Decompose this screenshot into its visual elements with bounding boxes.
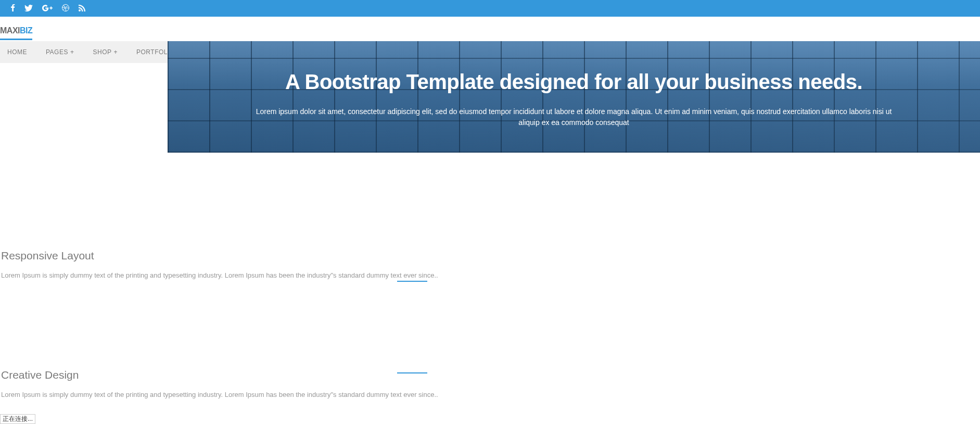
nav-label: SHOP	[93, 48, 111, 56]
nav-pages[interactable]: PAGES+	[46, 48, 74, 56]
svg-point-1	[79, 9, 81, 11]
browser-status: 正在连接...	[0, 414, 35, 424]
nav-label: HOME	[7, 48, 27, 56]
accent-line	[397, 372, 427, 373]
hero-banner: A Bootstrap Template designed for all yo…	[168, 41, 980, 153]
main-nav: HOME PAGES+ SHOP+ PORTFOLIO+ BLOG+	[0, 41, 168, 63]
plus-icon: +	[70, 48, 74, 56]
feature-title: Responsive Layout	[1, 250, 980, 262]
rss-icon[interactable]	[79, 5, 85, 13]
feature-body: Lorem Ipsum is simply dummy text of the …	[1, 391, 980, 398]
logo-text-1: MAXI	[0, 26, 20, 35]
feature-body: Lorem Ipsum is simply dummy text of the …	[1, 271, 980, 279]
nav-shop[interactable]: SHOP+	[93, 48, 118, 56]
main-wrap: HOME PAGES+ SHOP+ PORTFOLIO+ BLOG+ A Boo…	[0, 41, 980, 398]
accent-line	[397, 281, 427, 282]
plus-icon: +	[114, 48, 118, 56]
logo-row: MAXIBIZ	[0, 17, 980, 41]
nav-label: PAGES	[46, 48, 68, 56]
nav-home[interactable]: HOME	[7, 48, 27, 56]
twitter-icon[interactable]	[24, 5, 33, 13]
logo-text-2: BIZ	[20, 26, 32, 35]
feature-responsive: Responsive Layout Lorem Ipsum is simply …	[0, 250, 980, 279]
topbar	[0, 0, 980, 17]
facebook-icon[interactable]	[10, 4, 15, 13]
feature-creative: Creative Design Lorem Ipsum is simply du…	[0, 369, 980, 398]
dribbble-icon[interactable]	[62, 4, 69, 13]
site-logo[interactable]: MAXIBIZ	[0, 26, 32, 40]
hero-subtitle: Lorem ipsum dolor sit amet, consectetur …	[249, 106, 899, 128]
feature-title: Creative Design	[1, 369, 980, 381]
google-plus-icon[interactable]	[42, 5, 53, 13]
hero-title: A Bootstrap Template designed for all yo…	[285, 70, 862, 94]
